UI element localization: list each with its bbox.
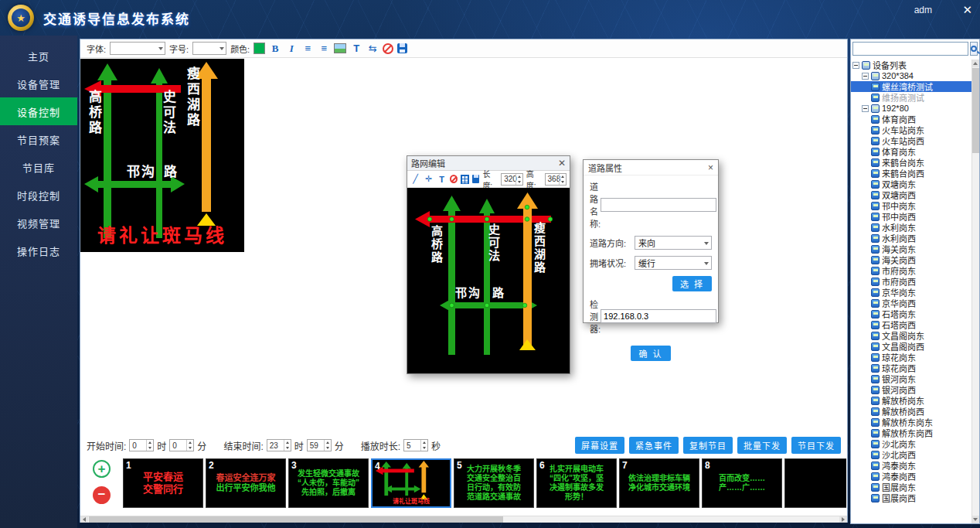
action-button[interactable]: 紧急事件 xyxy=(629,437,679,454)
spinner-arrows[interactable] xyxy=(559,174,566,185)
scrollbar-thumb[interactable] xyxy=(89,516,503,523)
device-tree-item[interactable]: 解放桥岗东 xyxy=(851,395,971,406)
length-spinner[interactable]: 320 xyxy=(501,173,523,186)
scroll-down-button[interactable] xyxy=(972,516,979,523)
add-program-button[interactable]: + xyxy=(93,460,111,478)
device-tree-item[interactable]: 海关岗西 xyxy=(851,254,971,265)
color-swatch[interactable] xyxy=(254,43,265,54)
text-tool-icon[interactable]: T xyxy=(437,173,447,185)
device-tree-item[interactable]: 琼花岗东 xyxy=(851,352,971,363)
device-tree-item[interactable]: 维扬商测试 xyxy=(851,92,971,103)
device-tree-item[interactable]: 水利岗西 xyxy=(851,233,971,244)
device-tree-item[interactable]: 石塔岗西 xyxy=(851,319,971,330)
program-thumbnail[interactable]: 7 xyxy=(619,458,699,508)
spinner-arrows[interactable] xyxy=(186,440,193,451)
device-tree-item[interactable]: 解放桥东岗东 xyxy=(851,417,971,428)
draw-line-icon[interactable]: ╱ xyxy=(410,173,420,185)
device-tree-item[interactable]: 体育岗西 xyxy=(851,114,971,124)
action-button[interactable]: 屏幕设置 xyxy=(575,437,624,454)
spinner-arrows[interactable] xyxy=(516,174,522,185)
sidebar-item[interactable]: 主页 xyxy=(0,42,77,70)
sidebar-item[interactable]: 设备控制 xyxy=(0,97,77,125)
remove-program-button[interactable]: − xyxy=(93,486,111,504)
device-tree-item[interactable]: 邗中岗东 xyxy=(851,200,971,211)
scroll-right-button[interactable] xyxy=(839,516,847,523)
duration-spinner[interactable]: 5 xyxy=(403,439,428,451)
device-tree-item[interactable]: 双塘岗西 xyxy=(851,189,971,200)
select-detector-button[interactable]: 选 择 xyxy=(672,276,712,291)
user-label[interactable]: adm xyxy=(914,5,932,15)
collapse-icon[interactable] xyxy=(862,73,869,80)
device-tree-item[interactable]: 解放桥东岗西 xyxy=(851,428,971,438)
device-tree-item[interactable]: 国展岗西 xyxy=(851,492,971,503)
sidebar-item[interactable]: 时段控制 xyxy=(0,181,77,209)
bold-button[interactable]: B xyxy=(269,42,281,55)
program-thumbnail[interactable]: 2 xyxy=(206,458,286,508)
scrollbar-thumb[interactable] xyxy=(972,68,979,153)
device-tree-item[interactable]: 火车站岗西 xyxy=(851,135,971,146)
scroll-left-button[interactable] xyxy=(80,516,88,523)
end-hour-spinner[interactable]: 23 xyxy=(267,439,291,451)
device-tree-item[interactable]: 火车站岗东 xyxy=(851,124,971,135)
save-icon[interactable] xyxy=(397,43,407,53)
device-tree-item[interactable]: 京华岗西 xyxy=(851,298,971,308)
align-center-button[interactable]: ≡ xyxy=(318,42,330,55)
horizontal-scrollbar[interactable] xyxy=(80,516,847,523)
collapse-icon[interactable] xyxy=(852,62,859,69)
editor-canvas[interactable]: 高桥路 史可法 瘦西湖路 邗沟 路 xyxy=(407,188,570,373)
program-thumbnail[interactable]: 8 xyxy=(702,458,782,508)
device-tree-item[interactable]: 设备列表 xyxy=(851,60,971,70)
search-button[interactable] xyxy=(970,42,978,56)
spinner-arrows[interactable] xyxy=(420,440,427,451)
action-button[interactable]: 复制节目 xyxy=(683,437,733,454)
sidebar-item[interactable]: 节目库 xyxy=(0,153,77,181)
vertical-scrollbar[interactable] xyxy=(971,60,979,523)
device-tree-item[interactable]: 市府岗东 xyxy=(851,265,971,276)
delete-icon[interactable] xyxy=(450,175,458,183)
device-tree-item[interactable]: 文昌阁岗西 xyxy=(851,341,971,352)
sidebar-item[interactable]: 操作日志 xyxy=(0,237,77,264)
program-thumbnail[interactable] xyxy=(784,458,846,508)
device-tree-item[interactable]: 192*80 xyxy=(851,103,971,114)
device-tree-item[interactable]: 海关岗东 xyxy=(851,244,971,254)
congestion-select[interactable]: 缓行 xyxy=(635,256,712,270)
stop-icon[interactable] xyxy=(383,43,393,54)
device-tree-item[interactable]: 解放桥岗西 xyxy=(851,406,971,417)
insert-image-icon[interactable] xyxy=(334,43,346,53)
sidebar-item[interactable]: 视频管理 xyxy=(0,209,77,237)
device-tree-item[interactable]: 鸿泰岗西 xyxy=(851,471,971,482)
program-thumbnail[interactable]: 4 xyxy=(371,458,451,508)
device-search-input[interactable] xyxy=(852,42,968,56)
device-tree-item[interactable]: 体育岗东 xyxy=(851,146,971,157)
device-tree-item[interactable]: 石塔岗东 xyxy=(851,308,971,319)
road-direction-select[interactable]: 来向 xyxy=(635,236,712,250)
device-tree-item[interactable]: 沙北岗西 xyxy=(851,449,971,460)
height-spinner[interactable]: 368 xyxy=(545,173,567,186)
sign-preview-board[interactable]: 高桥路 史可法 瘦西湖路 邗沟 路 请礼让斑马线 xyxy=(80,59,244,252)
device-tree-item[interactable]: 市府岗西 xyxy=(851,276,971,287)
device-tree-item[interactable]: 文昌阁岗东 xyxy=(851,330,971,341)
start-hour-spinner[interactable]: 0 xyxy=(129,439,154,451)
sidebar-item[interactable]: 设备管理 xyxy=(0,70,77,97)
grid-icon[interactable] xyxy=(461,175,469,184)
device-tree-item[interactable]: 320*384 xyxy=(851,70,971,81)
sidebar-item[interactable]: 节目预案 xyxy=(0,125,77,153)
device-tree-item[interactable]: 国展岗东 xyxy=(851,482,971,492)
font-select[interactable] xyxy=(110,42,165,55)
fit-width-icon[interactable]: ⇆ xyxy=(366,42,379,55)
device-tree-item[interactable]: 来鹤台岗东 xyxy=(851,157,971,168)
program-thumbnail[interactable]: 5 xyxy=(454,458,534,508)
dialog-close-button[interactable]: × xyxy=(708,162,713,173)
save-icon[interactable] xyxy=(472,175,480,183)
start-minute-spinner[interactable]: 0 xyxy=(169,439,194,451)
device-tree-item[interactable]: 沙北岗东 xyxy=(851,438,971,449)
device-tree-item[interactable]: 水利岗东 xyxy=(851,222,971,233)
move-icon[interactable]: ✛ xyxy=(424,173,434,185)
device-tree-item[interactable]: 螺丝湾桥测试 xyxy=(851,81,971,92)
program-thumbnail[interactable]: 1 xyxy=(123,458,203,508)
editor-close-button[interactable]: ✕ xyxy=(558,158,566,169)
action-button[interactable]: 节目下发 xyxy=(791,437,841,454)
device-tree-item[interactable]: 双塘岗东 xyxy=(851,179,971,189)
text-tool-button[interactable]: T xyxy=(350,42,362,55)
spinner-arrows[interactable] xyxy=(284,440,291,451)
